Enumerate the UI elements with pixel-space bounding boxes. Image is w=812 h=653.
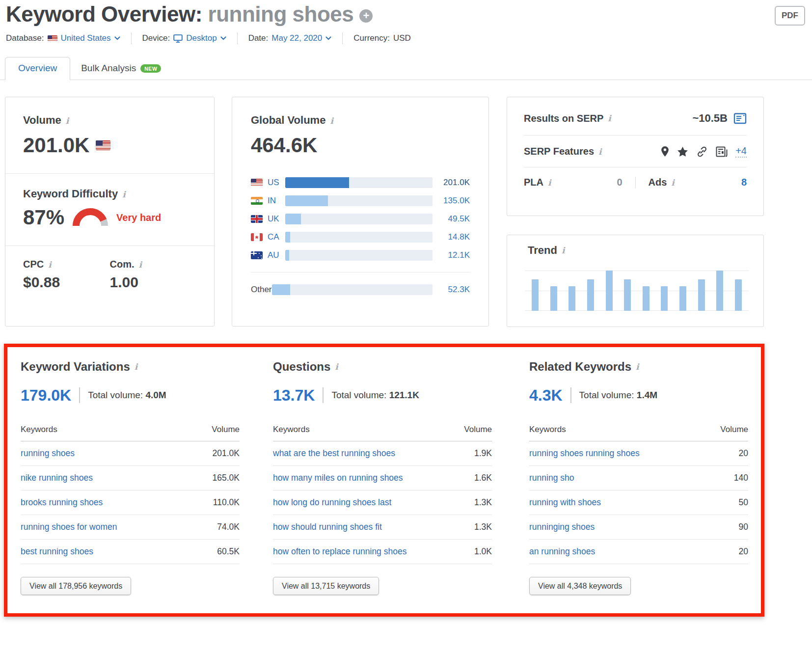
- column-header-volume: Volume: [720, 425, 748, 435]
- country-link-uk[interactable]: UK: [268, 214, 285, 224]
- india-flag-icon: [251, 197, 263, 205]
- trend-title: Trendi: [528, 244, 746, 257]
- tab-bulk-analysis[interactable]: Bulk Analysis NEW: [70, 57, 172, 80]
- country-row-us: US 201.0K: [251, 173, 470, 191]
- pdf-export-button[interactable]: PDF: [775, 6, 805, 26]
- keyword-volume: 140: [734, 473, 748, 483]
- volume-bar-fill: [285, 177, 349, 188]
- cpc-metric: CPCi $0.88: [23, 259, 110, 291]
- table-row: running with shoes50: [529, 490, 748, 515]
- keyword-link[interactable]: running with shoes: [529, 497, 601, 508]
- us-flag-icon: [48, 35, 57, 42]
- keyword-variations-count[interactable]: 179.0K: [21, 386, 71, 405]
- us-flag-icon: [251, 179, 263, 187]
- keyword-volume: 1.6K: [474, 473, 492, 483]
- keyword-link[interactable]: runninging shoes: [529, 522, 595, 532]
- info-icon[interactable]: i: [335, 362, 338, 372]
- tab-bar: Overview Bulk Analysis NEW: [0, 57, 812, 80]
- table-row: an running shoes20: [529, 540, 748, 564]
- page-title-prefix: Keyword Overview:: [6, 2, 208, 26]
- trend-bar: [532, 279, 539, 311]
- view-all-related-keywords-button[interactable]: View all 4,348 keywords: [529, 577, 631, 595]
- country-link-ca[interactable]: CA: [268, 232, 285, 242]
- table-row: what are the best running shoes1.9K: [273, 441, 492, 466]
- keyword-link[interactable]: how many miles on running shoes: [273, 473, 403, 483]
- keyword-volume: 60.5K: [217, 546, 240, 557]
- table-row: best running shoes60.5K: [21, 540, 240, 564]
- serp-features-label: SERP Features: [524, 146, 594, 157]
- info-icon[interactable]: i: [122, 190, 125, 199]
- local-pack-pin-icon[interactable]: [661, 146, 669, 157]
- more-serp-features-link[interactable]: +4: [735, 145, 747, 158]
- top-stories-news-icon[interactable]: [716, 146, 728, 157]
- total-volume: Total volume: 1.4M: [579, 390, 657, 401]
- page-title: Keyword Overview: running shoes+: [6, 2, 373, 27]
- keyword-difficulty-value: 87%: [23, 206, 64, 229]
- info-icon[interactable]: i: [562, 245, 565, 255]
- serp-report-icon[interactable]: [733, 112, 747, 124]
- volume-bar-fill: [285, 214, 301, 224]
- volume-bar-fill: [272, 284, 290, 295]
- currency-filter: Currency: USD: [353, 32, 422, 44]
- info-icon[interactable]: i: [135, 362, 137, 372]
- view-all-keyword-variations-button[interactable]: View all 178,956 keywords: [21, 577, 131, 595]
- date-select[interactable]: May 22, 2020: [271, 33, 331, 43]
- keyword-link[interactable]: how long do running shoes last: [273, 497, 391, 508]
- info-icon[interactable]: i: [671, 178, 674, 188]
- questions-count[interactable]: 13.7K: [273, 386, 315, 405]
- keyword-link[interactable]: an running shoes: [529, 546, 595, 557]
- country-volume: 52.3K: [433, 285, 470, 295]
- keyword-volume: 165.0K: [213, 473, 240, 483]
- column-header-keywords: Keywords: [21, 425, 57, 435]
- info-icon[interactable]: i: [48, 260, 51, 270]
- info-icon[interactable]: i: [139, 260, 142, 270]
- device-filter: Device: Desktop: [142, 32, 238, 44]
- country-link-au[interactable]: AU: [268, 250, 285, 260]
- database-select[interactable]: United States: [61, 33, 120, 43]
- view-all-questions-button[interactable]: View all 13,715 keywords: [273, 577, 379, 595]
- country-link-us[interactable]: US: [268, 178, 285, 188]
- device-select[interactable]: Desktop: [173, 33, 226, 43]
- sitelinks-link-icon[interactable]: [696, 146, 708, 158]
- keyword-link[interactable]: how often to replace running shoes: [273, 546, 406, 557]
- info-icon[interactable]: i: [636, 362, 639, 372]
- keyword-link[interactable]: nike running shoes: [21, 473, 93, 483]
- info-icon[interactable]: i: [598, 147, 601, 157]
- volume-bar-track: [285, 250, 433, 261]
- global-volume-value: 464.6K: [251, 134, 317, 157]
- info-icon[interactable]: i: [548, 178, 551, 188]
- info-icon[interactable]: i: [608, 113, 611, 123]
- related-keywords-count[interactable]: 4.3K: [529, 386, 563, 405]
- keyword-link[interactable]: running shoes: [21, 448, 75, 459]
- trend-card: Trendi: [507, 235, 764, 327]
- device-label: Device:: [142, 33, 170, 43]
- keyword-link[interactable]: what are the best running shoes: [273, 448, 395, 459]
- keyword-link[interactable]: brooks running shoes: [21, 497, 103, 508]
- keyword-volume: 20: [739, 448, 748, 459]
- add-keyword-icon[interactable]: +: [359, 9, 373, 23]
- keyword-volume: 201.0K: [213, 448, 240, 459]
- info-icon[interactable]: i: [66, 116, 69, 126]
- keyword-link[interactable]: how should running shoes fit: [273, 522, 382, 532]
- keyword-variations-title: Keyword Variationsi: [21, 360, 240, 374]
- keyword-link[interactable]: running sho: [529, 473, 574, 483]
- serp-features-row: SERP Featuresi +4: [524, 136, 747, 167]
- volume-card: Volumei 201.0K Keyword Difficultyi 87% V…: [5, 97, 215, 326]
- vertical-divider: [79, 387, 80, 403]
- keyword-link[interactable]: best running shoes: [21, 546, 93, 557]
- table-row: how often to replace running shoes1.0K: [273, 540, 492, 564]
- country-link-in[interactable]: IN: [268, 196, 285, 206]
- desktop-icon: [173, 34, 183, 43]
- keyword-link[interactable]: running shoes for women: [21, 522, 117, 532]
- australia-flag-icon: [251, 251, 263, 259]
- reviews-star-icon[interactable]: [677, 146, 688, 157]
- tab-overview[interactable]: Overview: [5, 57, 70, 80]
- keyword-link[interactable]: running shoes running shoes: [529, 448, 640, 459]
- volume-bar-track: [272, 284, 433, 295]
- country-row-uk: UK 49.5K: [251, 210, 470, 228]
- keyword-volume: 20: [739, 546, 748, 557]
- info-icon[interactable]: i: [330, 116, 333, 126]
- table-row: running shoes running shoes20: [529, 441, 748, 466]
- other-label: Other: [251, 285, 272, 295]
- date-filter: Date: May 22, 2020: [248, 32, 343, 44]
